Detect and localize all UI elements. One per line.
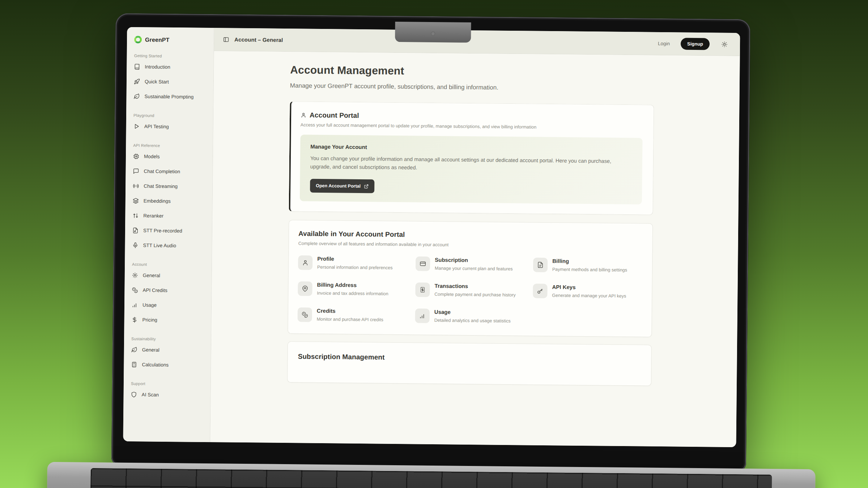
user-icon [301,112,306,118]
sidebar-item-account-general[interactable]: General [131,268,206,283]
sidebar-item-sustainability-general[interactable]: General [131,342,205,358]
sort-arrows-icon [132,213,139,219]
external-link-icon [364,184,369,189]
feature-billing: BillingPayment methods and billing setti… [533,258,641,274]
sidebar-item-api-credits[interactable]: API Credits [131,283,205,298]
rocket-icon [134,78,140,85]
portal-features-card: Available in Your Account Portal Complet… [288,220,653,337]
sidebar-item-models[interactable]: Models [132,149,207,164]
theme-toggle-sun-icon[interactable] [721,41,728,47]
features-card-title: Available in Your Account Portal [298,230,405,239]
feature-usage: UsageDetailed analytics and usage statis… [415,308,523,325]
sidebar-item-api-testing[interactable]: API Testing [133,119,207,134]
sidebar-item-embeddings[interactable]: Embeddings [132,193,207,209]
sidebar-item-ai-scan[interactable]: AI Scan [130,387,204,403]
sidebar-section-getting-started: Getting Started [134,53,208,59]
sidebar-item-quick-start[interactable]: Quick Start [133,74,208,90]
sidebar-item-stt-live-audio[interactable]: STT Live Audio [131,238,206,253]
features-grid: ProfilePersonal information and preferen… [298,256,642,326]
sidebar-section-account: Account [132,262,206,267]
broadcast-icon [133,183,139,189]
sidebar-item-stt-prerecorded[interactable]: STT Pre-recorded [132,223,206,239]
coins-icon [302,311,308,318]
sidebar: GreenPT Getting Started Introduction Qui… [123,27,214,442]
laptop-mockup: GreenPT Getting Started Introduction Qui… [0,0,868,488]
signup-button[interactable]: Signup [681,38,710,50]
account-portal-description: Access your full account management port… [301,122,643,130]
brand-name: GreenPT [145,37,170,43]
chip-icon [133,153,139,159]
account-portal-title: Account Portal [310,111,359,120]
feature-transactions: TransactionsComplete payment and purchas… [415,283,523,299]
open-account-portal-button[interactable]: Open Account Portal [310,179,374,193]
user-icon [302,260,309,266]
sidebar-item-chat-streaming[interactable]: Chat Streaming [132,179,207,194]
leaf-icon [131,347,137,353]
feature-profile: ProfilePersonal information and preferen… [298,256,406,272]
feature-api-keys: API KeysGenerate and manage your API key… [533,284,641,300]
laptop-screen: GreenPT Getting Started Introduction Qui… [111,13,750,471]
login-link[interactable]: Login [658,41,670,46]
key-icon [537,288,543,294]
features-card-subtitle: Complete overview of all features and in… [298,241,642,249]
brand-logo[interactable]: GreenPT [133,34,208,45]
microphone-icon [132,242,139,248]
laptop-keyboard [90,468,772,488]
bar-chart-icon [419,312,426,319]
account-portal-card: Account Portal Access your full account … [289,101,654,215]
feature-credits: CreditsMonitor and purchase API credits [298,307,406,324]
sidebar-toggle-icon[interactable] [223,36,229,43]
page-title: Account Management [290,64,654,80]
sidebar-item-introduction[interactable]: Introduction [133,59,208,75]
manage-account-title: Manage Your Account [310,144,632,153]
play-icon [133,123,140,129]
audio-file-icon [132,227,139,234]
leaf-icon [134,93,140,99]
manage-account-panel: Manage Your Account You can change your … [300,134,643,204]
app-window: GreenPT Getting Started Introduction Qui… [123,27,740,447]
sidebar-section-support: Support [131,381,205,386]
main-content: Account Management Manage your GreenPT a… [210,51,740,447]
bar-chart-icon [132,302,138,308]
sidebar-item-usage[interactable]: Usage [131,297,205,313]
book-icon [134,64,140,70]
map-pin-icon [302,286,308,292]
sidebar-item-chat-completion[interactable]: Chat Completion [132,164,207,179]
feature-subscription: SubscriptionManage your current plan and… [416,257,524,273]
sidebar-item-sustainable-prompting[interactable]: Sustainable Prompting [133,89,207,104]
chat-bubble-icon [133,168,139,174]
sidebar-item-reranker[interactable]: Reranker [132,208,206,224]
manage-account-body: You can change your profile information … [310,154,618,174]
document-icon [537,262,544,268]
dollar-icon [132,317,138,323]
subscription-management-title: Subscription Management [298,352,385,361]
feature-billing-address: Billing AddressInvoice and tax address i… [298,282,406,298]
receipt-icon [419,287,426,293]
layers-icon [133,198,139,204]
credit-card-icon [420,261,426,267]
gear-icon [132,272,138,278]
webcam-icon [431,31,435,36]
shield-icon [131,391,137,398]
coins-icon [132,287,138,293]
laptop-notch [395,22,471,43]
sidebar-item-pricing[interactable]: Pricing [131,312,205,328]
subscription-management-card: Subscription Management [287,341,652,386]
sidebar-item-calculations[interactable]: Calculations [130,357,205,373]
brand-logo-icon [134,36,142,43]
sidebar-section-playground: Playground [133,113,207,118]
sidebar-section-api-reference: API Reference [133,143,207,148]
page-subtitle: Manage your GreenPT account profile, sub… [290,82,654,93]
page-breadcrumb: Account – General [234,37,283,43]
sidebar-section-sustainability: Sustainability [131,337,205,342]
calculator-icon [131,361,137,368]
